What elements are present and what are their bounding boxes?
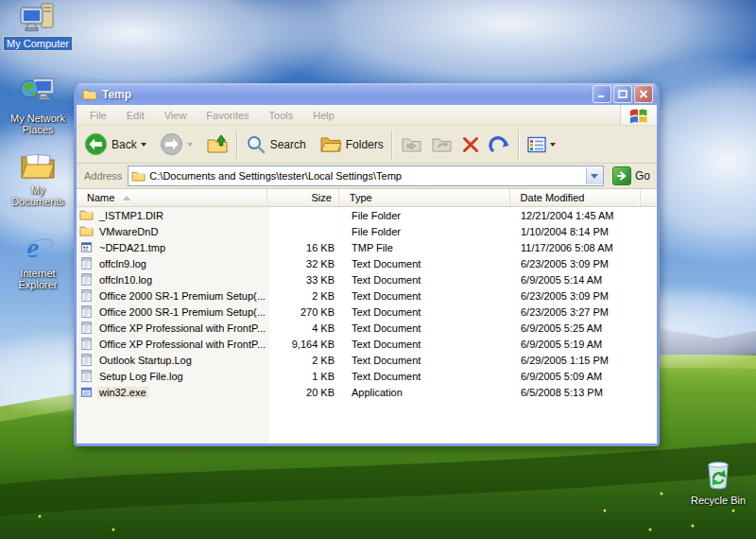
svg-text:e: e bbox=[26, 232, 39, 263]
file-type: Text Document bbox=[342, 339, 515, 350]
minimize-button[interactable] bbox=[593, 85, 611, 103]
file-type-icon bbox=[79, 224, 94, 238]
file-date-modified: 6/23/2005 3:27 PM bbox=[515, 306, 647, 318]
file-row[interactable]: Office XP Professional with FrontP... 9,… bbox=[77, 336, 657, 352]
file-row[interactable]: offcln10.log 33 KB Text Document 6/9/200… bbox=[77, 271, 657, 287]
go-button[interactable]: Go bbox=[610, 165, 653, 186]
file-date-modified: 6/9/2005 5:09 AM bbox=[515, 371, 647, 382]
internet-explorer-icon: e bbox=[20, 231, 56, 265]
address-input[interactable]: C:\Documents and Settings\tester\Local S… bbox=[128, 165, 604, 186]
up-button[interactable] bbox=[202, 130, 232, 159]
file-row[interactable]: Office 2000 SR-1 Premium Setup(... 270 K… bbox=[77, 304, 657, 320]
file-type: File Folder bbox=[342, 210, 515, 221]
address-dropdown-button[interactable] bbox=[586, 167, 603, 184]
column-header-label: Size bbox=[311, 192, 331, 203]
maximize-button[interactable] bbox=[613, 85, 632, 103]
file-row[interactable]: Outlook Startup.Log 2 KB Text Document 6… bbox=[77, 352, 657, 368]
file-row[interactable]: ~DFDA21.tmp 16 KB TMP File 11/17/2006 5:… bbox=[77, 239, 657, 255]
column-header-name[interactable]: Name bbox=[77, 189, 267, 206]
file-date-modified: 6/23/2005 3:09 PM bbox=[515, 258, 647, 270]
forward-button[interactable] bbox=[156, 130, 197, 159]
views-button[interactable] bbox=[524, 133, 559, 156]
views-icon bbox=[527, 136, 546, 153]
delete-button[interactable] bbox=[457, 132, 484, 157]
file-size: 16 KB bbox=[269, 242, 342, 253]
title-bar[interactable]: Temp bbox=[77, 83, 657, 105]
file-date-modified: 11/17/2006 5:08 AM bbox=[515, 242, 647, 253]
close-icon bbox=[639, 90, 648, 98]
chevron-down-icon bbox=[591, 174, 598, 179]
windows-flag-icon bbox=[628, 106, 649, 125]
back-button[interactable]: Back bbox=[80, 130, 150, 159]
recycle-bin-icon bbox=[700, 458, 736, 492]
desktop-icon-label: My Network Places bbox=[2, 112, 74, 136]
desktop-icon-my-computer[interactable]: My Computer bbox=[2, 3, 74, 50]
toolbar-separator bbox=[236, 130, 238, 159]
file-name: win32.exe bbox=[97, 387, 148, 398]
menu-item-view[interactable]: View bbox=[159, 108, 193, 123]
search-icon bbox=[246, 134, 266, 155]
folders-button[interactable]: Folders bbox=[316, 131, 387, 158]
move-to-icon bbox=[401, 134, 423, 155]
column-header-label: Date Modified bbox=[521, 192, 585, 203]
undo-button[interactable] bbox=[484, 131, 514, 158]
file-size: 33 KB bbox=[269, 274, 342, 286]
toolbar-separator bbox=[391, 130, 393, 159]
file-name: Office 2000 SR-1 Premium Setup(... bbox=[97, 306, 267, 318]
desktop-icon-my-documents[interactable]: My Documents bbox=[2, 149, 74, 208]
file-name: ~DFDA21.tmp bbox=[97, 242, 167, 253]
sort-ascending-icon bbox=[123, 196, 130, 200]
file-row[interactable]: Setup Log File.log 1 KB Text Document 6/… bbox=[77, 368, 657, 384]
copy-to-button bbox=[427, 131, 457, 158]
file-name: Setup Log File.log bbox=[97, 371, 185, 382]
file-type-icon bbox=[79, 240, 94, 254]
file-size: 2 KB bbox=[269, 290, 342, 302]
column-header-type[interactable]: Type bbox=[339, 189, 510, 206]
file-date-modified: 12/21/2004 1:45 AM bbox=[515, 210, 647, 221]
file-type: TMP File bbox=[342, 242, 515, 253]
file-row[interactable]: Office 2000 SR-1 Premium Setup(... 2 KB … bbox=[77, 287, 657, 304]
file-row[interactable]: Office XP Professional with FrontP... 4 … bbox=[77, 320, 657, 336]
go-arrow-icon bbox=[612, 166, 631, 185]
back-dropdown-icon[interactable] bbox=[141, 143, 146, 147]
delete-x-icon bbox=[461, 135, 480, 154]
file-row[interactable]: _ISTMP1.DIR File Folder 12/21/2004 1:45 … bbox=[77, 207, 657, 223]
file-row[interactable]: VMwareDnD File Folder 1/10/2004 8:14 PM bbox=[77, 223, 657, 239]
file-name: VMwareDnD bbox=[97, 226, 160, 237]
menu-item-edit[interactable]: Edit bbox=[121, 108, 150, 123]
file-row[interactable]: offcln9.log 32 KB Text Document 6/23/200… bbox=[77, 255, 657, 271]
desktop-icon-my-network-places[interactable]: My Network Places bbox=[2, 76, 74, 136]
file-type-icon bbox=[79, 385, 94, 399]
file-type-icon bbox=[79, 321, 94, 335]
desktop-icon-recycle-bin[interactable]: Recycle Bin bbox=[682, 458, 754, 507]
file-type-icon bbox=[79, 337, 94, 351]
views-dropdown-icon[interactable] bbox=[550, 143, 556, 147]
my-documents-icon bbox=[19, 149, 57, 182]
menu-item-file[interactable]: File bbox=[84, 108, 112, 123]
file-row[interactable]: win32.exe 20 KB Application 6/5/2008 5:1… bbox=[77, 384, 657, 400]
menu-bar: FileEditViewFavoritesToolsHelp bbox=[77, 105, 657, 126]
folders-icon bbox=[319, 134, 342, 155]
window-title: Temp bbox=[102, 88, 591, 101]
folders-label: Folders bbox=[346, 138, 384, 151]
column-header-date-modified[interactable]: Date Modified bbox=[510, 189, 641, 206]
file-name: Office 2000 SR-1 Premium Setup(... bbox=[97, 290, 267, 302]
menu-item-help[interactable]: Help bbox=[307, 108, 340, 123]
menu-item-tools[interactable]: Tools bbox=[264, 108, 300, 123]
desktop-icon-label: Recycle Bin bbox=[688, 494, 748, 507]
menu-item-favorites[interactable]: Favorites bbox=[200, 108, 254, 123]
desktop-icon-internet-explorer[interactable]: e Internet Explorer bbox=[2, 231, 74, 291]
file-type: Text Document bbox=[342, 322, 515, 334]
file-date-modified: 6/23/2005 3:09 PM bbox=[515, 290, 647, 302]
close-button[interactable] bbox=[634, 85, 653, 103]
copy-to-icon bbox=[431, 134, 454, 155]
file-type-icon bbox=[79, 353, 94, 367]
search-button[interactable]: Search bbox=[242, 131, 310, 158]
forward-dropdown-icon bbox=[187, 143, 193, 147]
back-icon bbox=[84, 132, 108, 156]
minimize-icon bbox=[597, 90, 607, 98]
file-type: Text Document bbox=[342, 290, 515, 302]
column-header-size[interactable]: Size bbox=[267, 189, 339, 206]
column-header-label: Name bbox=[87, 192, 114, 203]
file-type-icon bbox=[79, 272, 94, 287]
